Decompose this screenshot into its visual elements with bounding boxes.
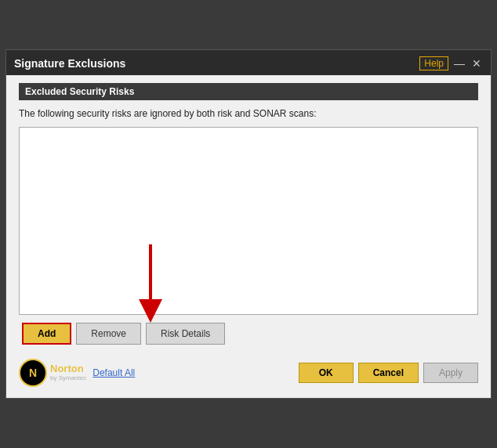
risk-details-button[interactable]: Risk Details [146, 323, 225, 345]
dialog-body: Excluded Security Risks The following se… [6, 75, 491, 398]
apply-button[interactable]: Apply [423, 363, 478, 383]
ok-button[interactable]: OK [299, 363, 354, 383]
title-bar-controls: Help — ✕ [419, 56, 483, 70]
section-header: Excluded Security Risks [19, 83, 478, 100]
cancel-button[interactable]: Cancel [358, 363, 419, 383]
footer-left: N Norton by Symantec Default All [19, 359, 135, 387]
norton-icon-letter: N [29, 367, 37, 379]
red-arrow-indicator [135, 244, 166, 323]
minimize-button[interactable]: — [453, 57, 466, 70]
dialog-title: Signature Exclusions [14, 57, 125, 70]
title-bar: Signature Exclusions Help — ✕ [6, 50, 491, 75]
exclusions-list[interactable] [19, 127, 478, 315]
remove-button[interactable]: Remove [76, 323, 141, 345]
default-all-button[interactable]: Default All [93, 367, 135, 378]
action-buttons: Add Remove Risk Details [19, 323, 478, 345]
norton-logo: N Norton by Symantec [19, 359, 86, 387]
signature-exclusions-dialog: Signature Exclusions Help — ✕ Excluded S… [5, 49, 492, 399]
add-button[interactable]: Add [22, 323, 71, 345]
close-button[interactable]: ✕ [470, 57, 483, 70]
footer-right: OK Cancel Apply [299, 363, 478, 383]
svg-marker-1 [139, 299, 162, 323]
help-button[interactable]: Help [419, 56, 448, 70]
footer: N Norton by Symantec Default All OK Canc… [19, 356, 478, 387]
norton-brand-name: Norton [50, 363, 86, 374]
norton-sub-text: by Symantec [50, 375, 86, 382]
norton-icon: N [19, 359, 47, 387]
norton-text: Norton by Symantec [50, 363, 86, 381]
description-text: The following security risks are ignored… [19, 108, 478, 119]
